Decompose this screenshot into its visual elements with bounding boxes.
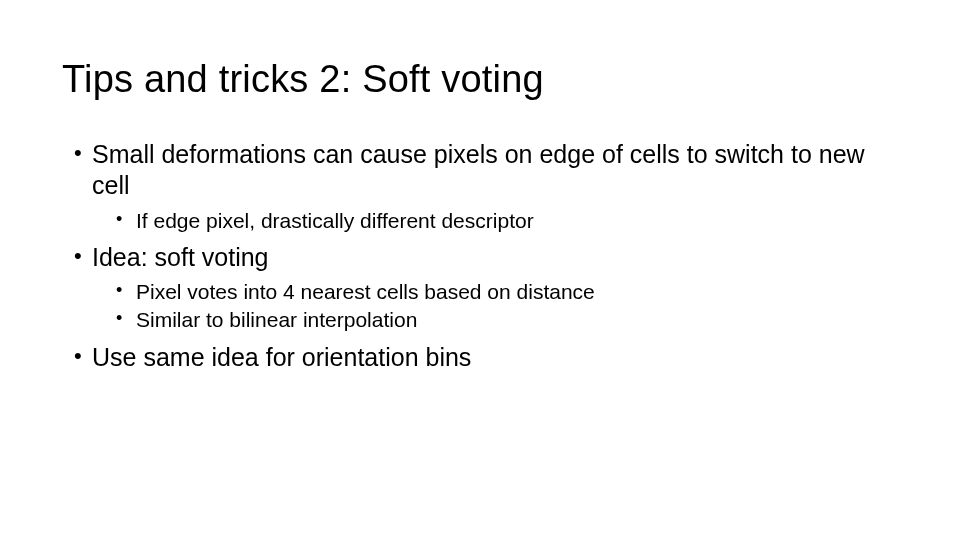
sub-bullet-text: Similar to bilinear interpolation [136, 308, 417, 331]
bullet-item: Use same idea for orientation bins [70, 342, 898, 373]
bullet-item: Small deformations can cause pixels on e… [70, 139, 898, 234]
sub-bullet-text: If edge pixel, drastically different des… [136, 209, 534, 232]
sub-bullet-item: If edge pixel, drastically different des… [92, 208, 898, 234]
bullet-list-level1: Small deformations can cause pixels on e… [70, 139, 898, 373]
sub-bullet-item: Pixel votes into 4 nearest cells based o… [92, 279, 898, 305]
bullet-list-level2: If edge pixel, drastically different des… [92, 208, 898, 234]
bullet-item: Idea: soft voting Pixel votes into 4 nea… [70, 242, 898, 334]
sub-bullet-item: Similar to bilinear interpolation [92, 307, 898, 333]
slide-content: Small deformations can cause pixels on e… [70, 139, 898, 373]
sub-bullet-text: Pixel votes into 4 nearest cells based o… [136, 280, 595, 303]
bullet-text: Use same idea for orientation bins [92, 343, 471, 371]
bullet-list-level2: Pixel votes into 4 nearest cells based o… [92, 279, 898, 334]
bullet-text: Idea: soft voting [92, 243, 269, 271]
slide-title: Tips and tricks 2: Soft voting [62, 58, 898, 101]
bullet-text: Small deformations can cause pixels on e… [92, 140, 865, 199]
